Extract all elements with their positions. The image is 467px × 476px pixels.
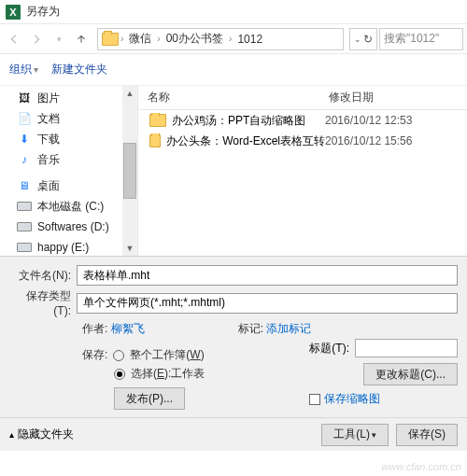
- radio-selection[interactable]: [114, 369, 125, 380]
- chevron-right-icon: ›: [229, 34, 232, 44]
- excel-icon: X: [6, 5, 21, 20]
- chevron-down-icon[interactable]: ⌄: [354, 35, 361, 44]
- crumb-2[interactable]: 1012: [234, 33, 266, 46]
- tools-button[interactable]: 工具(L)▾: [321, 424, 389, 446]
- folder-icon: [102, 33, 119, 46]
- title-label: 标题(T):: [309, 341, 349, 357]
- type-dropdown[interactable]: 单个文件网页(*.mht;*.mhtml): [77, 293, 458, 314]
- save-thumb-label[interactable]: 保存缩略图: [324, 391, 380, 407]
- disk-icon: [17, 220, 32, 233]
- up-button[interactable]: [71, 29, 92, 49]
- tags-value[interactable]: 添加标记: [266, 322, 311, 335]
- tags-label: 标记:: [238, 322, 263, 335]
- change-title-button[interactable]: 更改标题(C)...: [363, 363, 458, 385]
- forward-button[interactable]: [26, 29, 47, 49]
- file-pane: 名称 修改日期 办公鸡汤：PPT自动缩略图 2016/10/12 12:53 办…: [138, 86, 467, 256]
- table-row[interactable]: 办公头条：Word-Excel表格互转 2016/10/12 15:56: [138, 131, 467, 151]
- newfolder-button[interactable]: 新建文件夹: [51, 62, 107, 77]
- document-icon: 📄: [17, 112, 32, 125]
- disk-icon: [17, 200, 32, 213]
- scroll-thumb[interactable]: [123, 143, 136, 199]
- titlebar: X 另存为: [0, 0, 467, 24]
- chevron-right-icon: ›: [120, 34, 123, 44]
- picture-icon: 🖼: [17, 91, 32, 105]
- crumb-1[interactable]: 00办公书签: [163, 31, 227, 47]
- download-icon: ⬇: [17, 133, 32, 146]
- radio-whole-label[interactable]: 整个工作簿(W): [130, 347, 204, 363]
- toolbar: 组织▾ 新建文件夹: [0, 54, 467, 86]
- disk-icon: [17, 241, 32, 254]
- table-row[interactable]: 办公鸡汤：PPT自动缩略图 2016/10/12 12:53: [138, 110, 467, 131]
- search-input[interactable]: 搜索"1012": [379, 28, 463, 50]
- window-title: 另存为: [26, 4, 60, 20]
- radio-selection-label[interactable]: 选择(E):工作表: [131, 366, 205, 382]
- sidebar-item-disk-d[interactable]: Softwares (D:): [0, 217, 137, 237]
- filename-input[interactable]: 表格样单.mht: [77, 265, 458, 286]
- sidebar-item-desktop[interactable]: 🖥桌面: [0, 175, 137, 196]
- crumb-0[interactable]: 微信: [125, 31, 155, 47]
- save-button[interactable]: 保存(S): [396, 424, 458, 446]
- col-name[interactable]: 名称: [138, 90, 325, 105]
- refresh-group: ⌄ ↻: [349, 28, 377, 50]
- sidebar-item-disk-c[interactable]: 本地磁盘 (C:): [0, 196, 137, 217]
- chevron-down-icon: ▾: [34, 64, 38, 75]
- breadcrumb[interactable]: › 微信 › 00办公书签 › 1012: [97, 28, 344, 50]
- save-label: 保存:: [82, 347, 107, 363]
- nav-row: ▾ › 微信 › 00办公书签 › 1012 ⌄ ↻ 搜索"1012": [0, 24, 467, 54]
- folder-icon: [149, 114, 166, 127]
- sidebar-item-disk-e[interactable]: happy (E:): [0, 237, 137, 256]
- sidebar-item-pictures[interactable]: 🖼图片: [0, 88, 137, 108]
- author-value[interactable]: 柳絮飞: [111, 322, 145, 335]
- save-thumb-checkbox[interactable]: [309, 394, 320, 405]
- col-date[interactable]: 修改日期: [325, 90, 467, 105]
- back-button[interactable]: [4, 29, 24, 49]
- author-label: 作者:: [82, 322, 107, 335]
- publish-button[interactable]: 发布(P)...: [114, 387, 185, 410]
- filename-label: 文件名(N):: [9, 268, 77, 284]
- scroll-down-icon[interactable]: ▼: [122, 241, 137, 256]
- title-input[interactable]: [355, 339, 458, 357]
- folder-icon: [149, 134, 161, 147]
- bottom-panel: 文件名(N): 表格样单.mht 保存类型(T): 单个文件网页(*.mht;*…: [0, 256, 467, 417]
- sidebar: 🖼图片 📄文档 ⬇下载 ♪音乐 🖥桌面 本地磁盘 (C:) Softwares …: [0, 86, 138, 256]
- sidebar-item-music[interactable]: ♪音乐: [0, 149, 137, 170]
- desktop-icon: 🖥: [17, 179, 32, 192]
- organize-button[interactable]: 组织▾: [9, 62, 38, 77]
- scroll-up-icon[interactable]: ▲: [122, 86, 137, 101]
- refresh-icon[interactable]: ↻: [363, 33, 373, 46]
- column-headers: 名称 修改日期: [138, 86, 467, 110]
- history-dropdown[interactable]: ▾: [49, 29, 69, 49]
- watermark: www.cfan.com.cn: [381, 461, 461, 472]
- search-placeholder: 搜索"1012": [384, 31, 439, 47]
- sidebar-item-documents[interactable]: 📄文档: [0, 108, 137, 129]
- hide-folders-button[interactable]: ▴ 隐藏文件夹: [9, 427, 74, 442]
- chevron-up-icon: ▴: [9, 429, 14, 440]
- radio-whole[interactable]: [113, 350, 124, 361]
- scrollbar[interactable]: ▲ ▼: [122, 86, 137, 256]
- sidebar-item-downloads[interactable]: ⬇下载: [0, 129, 137, 149]
- type-label: 保存类型(T):: [9, 288, 77, 317]
- footer: ▴ 隐藏文件夹 工具(L)▾ 保存(S): [0, 417, 467, 451]
- music-icon: ♪: [17, 153, 32, 166]
- chevron-right-icon: ›: [157, 34, 160, 44]
- body: 🖼图片 📄文档 ⬇下载 ♪音乐 🖥桌面 本地磁盘 (C:) Softwares …: [0, 86, 467, 256]
